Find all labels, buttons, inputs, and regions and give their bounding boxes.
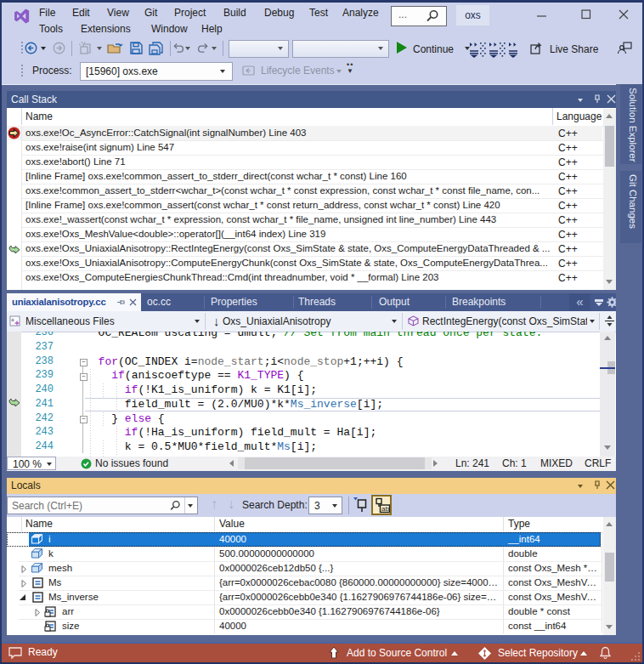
svg-text:ab: ab — [381, 505, 389, 513]
